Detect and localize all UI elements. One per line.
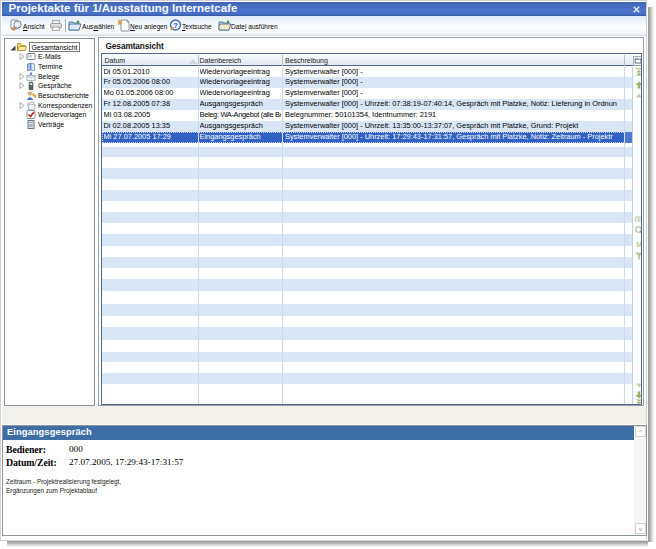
svg-text:M: M: [636, 241, 641, 248]
svg-text:(||): (||): [635, 215, 642, 222]
